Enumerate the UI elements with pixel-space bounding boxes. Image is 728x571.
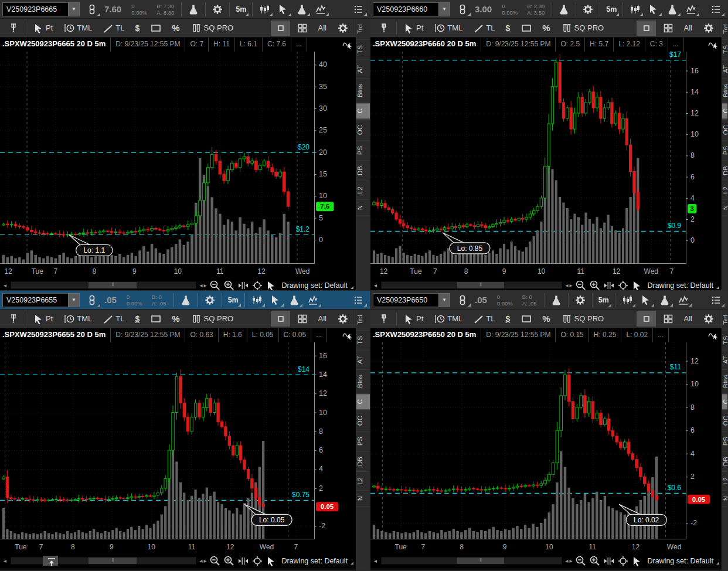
price-axis[interactable]: 0510152025303540 bbox=[0, 52, 327, 264]
rectangle-tool-button[interactable] bbox=[516, 311, 536, 327]
price-level-tool-button[interactable]: $ bbox=[501, 311, 514, 327]
side-tab-l2[interactable]: L2 bbox=[356, 181, 370, 200]
chart-scrollbar[interactable] bbox=[11, 281, 196, 289]
side-tab-n[interactable]: N bbox=[722, 491, 727, 507]
drawing-set-selector[interactable]: Drawing set: Default bbox=[279, 556, 353, 566]
trendline-tool-button[interactable]: TL bbox=[469, 311, 499, 327]
pointer-tool-button[interactable]: Pt bbox=[29, 311, 57, 327]
grid-layout-button[interactable] bbox=[658, 21, 678, 36]
scroll-step-left[interactable]: ◂ bbox=[199, 282, 202, 288]
timeframe-button[interactable]: 5m bbox=[596, 293, 612, 308]
side-tab-l2[interactable]: L2 bbox=[722, 181, 727, 200]
symbol-dropdown-button[interactable]: ▼ bbox=[438, 2, 450, 16]
symbol-dropdown-button[interactable]: ▼ bbox=[68, 293, 80, 307]
candlestick-chart[interactable]: $14$0.75-22468101214160.05Lo: 0.05 bbox=[0, 342, 342, 539]
symbol-input[interactable]: V250923P6655 bbox=[2, 293, 68, 307]
analyze-flask-icon[interactable] bbox=[547, 293, 565, 308]
side-tab-ps[interactable]: PS bbox=[356, 141, 370, 161]
side-tab-ps[interactable]: PS bbox=[356, 431, 370, 451]
toolbar-gear-icon[interactable] bbox=[333, 21, 352, 36]
pin-icon[interactable] bbox=[4, 311, 23, 327]
scroll-step-left[interactable]: ◂ bbox=[565, 282, 568, 288]
tml-tool-button[interactable]: TML bbox=[430, 21, 467, 36]
gear-icon[interactable] bbox=[209, 2, 226, 17]
side-tab-ts[interactable]: TS bbox=[356, 331, 370, 351]
rectangle-tool-button[interactable] bbox=[146, 311, 165, 327]
grid-layout-button[interactable] bbox=[292, 21, 312, 36]
drawing-set-selector[interactable]: Drawing set: Default bbox=[279, 280, 353, 291]
pointer-mode-icon[interactable] bbox=[266, 280, 276, 291]
studies-flask-icon[interactable] bbox=[664, 2, 681, 17]
menu-icon[interactable] bbox=[707, 293, 725, 308]
side-tab-db[interactable]: DB bbox=[722, 161, 727, 181]
link-icon[interactable] bbox=[83, 2, 101, 17]
symbol-input[interactable]: V250923P6650 bbox=[373, 293, 438, 307]
sqpro-tool-button[interactable]: SQ PRO bbox=[557, 311, 608, 327]
chart-scrollbar[interactable] bbox=[381, 281, 562, 289]
scroll-step-right[interactable]: ▸ bbox=[569, 558, 572, 564]
scroll-left-cap[interactable]: ◂ bbox=[2, 282, 8, 288]
link-icon[interactable] bbox=[454, 293, 471, 308]
scrollbar-handle[interactable] bbox=[89, 282, 137, 288]
gear-icon[interactable] bbox=[579, 2, 597, 17]
price-alert-lines[interactable]: $11$0.6 bbox=[370, 363, 686, 493]
studies-flask-icon[interactable] bbox=[285, 293, 303, 308]
tml-tool-button[interactable]: TML bbox=[59, 21, 96, 36]
cursor-tool-icon[interactable] bbox=[274, 2, 292, 17]
scroll-left-cap[interactable]: ◂ bbox=[373, 282, 378, 288]
single-chart-button[interactable] bbox=[271, 21, 290, 36]
grid-layout-button[interactable] bbox=[658, 311, 678, 327]
track-cursor-icon[interactable] bbox=[707, 328, 722, 342]
side-tab-trd[interactable]: Trd bbox=[722, 19, 727, 40]
pointer-mode-icon[interactable] bbox=[631, 556, 642, 566]
crosshair-target-icon[interactable] bbox=[251, 280, 263, 291]
scroll-step-right[interactable]: ▸ bbox=[203, 558, 206, 564]
cursor-tool-icon[interactable] bbox=[267, 293, 284, 308]
scroll-left-cap[interactable]: ◂ bbox=[2, 558, 8, 564]
toolbar-gear-icon[interactable] bbox=[699, 21, 718, 36]
side-tab-btns[interactable]: Btns bbox=[722, 79, 727, 103]
track-cursor-icon[interactable] bbox=[707, 38, 722, 52]
side-tab-n[interactable]: N bbox=[356, 491, 370, 507]
price-alert-lines[interactable]: $14$0.75 bbox=[0, 365, 314, 501]
percent-tool-button[interactable]: % bbox=[538, 21, 554, 36]
menu-icon[interactable] bbox=[350, 2, 368, 17]
scroll-step-right[interactable]: ▸ bbox=[203, 282, 206, 288]
menu-icon[interactable] bbox=[707, 2, 725, 17]
timeframe-button[interactable]: 5m bbox=[603, 2, 620, 17]
analyze-flask-icon[interactable] bbox=[177, 293, 195, 308]
drawings-icon[interactable] bbox=[682, 2, 700, 17]
scrollbar-handle[interactable] bbox=[457, 558, 504, 564]
sqpro-tool-button[interactable]: SQ PRO bbox=[557, 21, 608, 36]
all-charts-button[interactable]: All bbox=[314, 21, 331, 36]
side-tab-l2[interactable]: L2 bbox=[722, 472, 727, 491]
auto-scale-icon[interactable] bbox=[237, 555, 249, 566]
candlestick-chart[interactable]: $11$0.6-2246810120.05Lo: 0.02 bbox=[370, 342, 722, 539]
drawing-set-selector[interactable]: Drawing set: Default bbox=[645, 280, 719, 291]
scroll-step-left[interactable]: ◂ bbox=[565, 558, 568, 564]
chart-style-icon[interactable] bbox=[626, 2, 644, 17]
auto-scale-icon[interactable] bbox=[237, 280, 249, 291]
side-tab-trd[interactable]: Trd bbox=[356, 310, 370, 331]
side-tab-at[interactable]: AT bbox=[356, 60, 370, 79]
cursor-tool-icon[interactable] bbox=[637, 293, 655, 308]
candlestick-chart[interactable]: $20$1.205101520253035407.6Lo: 1.1 bbox=[0, 52, 342, 264]
scrollbar-handle[interactable] bbox=[457, 282, 504, 288]
side-tab-ts[interactable]: TS bbox=[722, 40, 727, 60]
side-tab-btns[interactable]: Btns bbox=[722, 369, 727, 394]
scroll-reset-button[interactable] bbox=[43, 556, 58, 566]
all-charts-button[interactable]: All bbox=[314, 311, 331, 327]
track-cursor-icon[interactable] bbox=[342, 328, 356, 342]
single-chart-button[interactable] bbox=[271, 311, 290, 327]
crosshair-target-icon[interactable] bbox=[617, 280, 628, 291]
percent-tool-button[interactable]: % bbox=[168, 311, 183, 327]
side-tab-ts[interactable]: TS bbox=[722, 331, 727, 351]
side-tab-n[interactable]: N bbox=[356, 200, 370, 216]
side-tab-btns[interactable]: Btns bbox=[356, 79, 370, 103]
auto-scale-icon[interactable] bbox=[603, 280, 614, 291]
symbol-input[interactable]: V250923P6665 bbox=[2, 2, 68, 16]
pointer-mode-icon[interactable] bbox=[266, 556, 276, 566]
price-axis[interactable]: -2246810121416 bbox=[0, 342, 327, 539]
crosshair-target-icon[interactable] bbox=[251, 555, 263, 566]
drawing-set-selector[interactable]: Drawing set: Default bbox=[645, 556, 719, 566]
